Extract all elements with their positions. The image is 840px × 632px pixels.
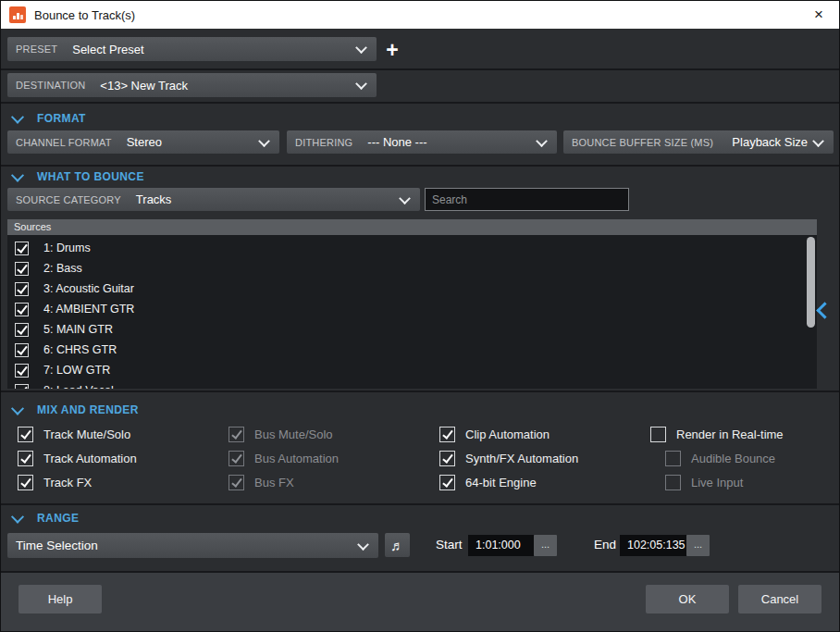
mix-option[interactable]: Audible Bounce [650,446,784,470]
mix-checkbox[interactable] [665,451,681,466]
mix-option[interactable]: Track FX [18,470,137,494]
mix-option[interactable]: Render in Real-time [650,422,784,446]
source-row[interactable]: 2: Bass [7,258,817,279]
source-row[interactable]: 4: AMBIENT GTR [7,299,817,319]
cancel-button[interactable]: Cancel [738,585,821,613]
mix-option[interactable]: Track Mute/Solo [18,422,137,446]
start-time-field[interactable]: 1:01:000 [468,535,534,556]
mix-option-label: Render in Real-time [676,428,784,441]
destination-dropdown[interactable]: DESTINATION <13> New Track [7,73,377,97]
end-time-field[interactable]: 102:05:135 [620,535,686,556]
help-button[interactable]: Help [19,585,102,613]
format-section-header[interactable]: FORMAT [13,111,86,126]
mix-checkbox[interactable] [18,451,33,466]
range-selection-dropdown[interactable]: Time Selection [7,533,378,558]
source-row[interactable]: 6: CHRS GTR [7,340,817,360]
source-row[interactable]: 8: Lead Vocal [7,380,817,389]
bounce-buffer-size-dropdown[interactable]: BOUNCE BUFFER SIZE (MS) Playback Size [563,130,834,154]
mix-option[interactable]: Bus Automation [229,446,339,470]
separator [1,503,839,505]
bounce-buffer-size-label: BOUNCE BUFFER SIZE (MS) [572,137,713,148]
sources-panel-header: Sources [7,219,817,235]
ok-button[interactable]: OK [646,585,729,613]
source-label: 5: MAIN GTR [43,323,113,336]
bounce-to-tracks-dialog: Bounce to Track(s) × PRESET Select Prese… [0,0,840,632]
musical-time-button[interactable]: ♬ [385,533,410,557]
mix-checkbox[interactable] [18,475,33,490]
mix-column-automation: Clip AutomationSynth/FX Automation64-bit… [439,422,578,494]
source-checkbox[interactable] [15,282,29,296]
separator [1,165,839,167]
source-row[interactable]: 7: LOW GTR [7,360,817,380]
mix-option[interactable]: Track Automation [18,446,137,470]
dithering-dropdown[interactable]: DITHERING --- None --- [287,130,557,154]
mix-option[interactable]: 64-bit Engine [439,470,578,494]
collapse-chevron-icon [11,169,24,182]
start-more-button[interactable]: ... [534,535,557,556]
mix-option-label: Track FX [43,476,92,489]
source-category-dropdown[interactable]: SOURCE CATEGORY Tracks [7,188,420,211]
mix-option[interactable]: Bus FX [229,470,339,494]
source-checkbox[interactable] [15,242,29,255]
mix-option-label: Clip Automation [465,428,550,441]
mix-option[interactable]: Live Input [650,470,784,494]
separator [1,68,839,70]
source-checkbox[interactable] [15,303,29,316]
mix-and-render-section-header[interactable]: MIX AND RENDER [13,403,139,417]
mix-checkbox[interactable] [229,427,244,442]
mix-column-realtime: Render in Real-timeAudible BounceLive In… [650,422,784,494]
preset-label: PRESET [16,43,57,55]
source-label: 7: LOW GTR [43,364,110,377]
mix-checkbox[interactable] [439,427,455,442]
mix-checkbox[interactable] [439,475,455,490]
footer-bar: Help OK Cancel [1,573,839,632]
preset-dropdown[interactable]: PRESET Select Preset [7,37,377,61]
mix-option-label: Audible Bounce [691,452,775,465]
collapse-panel-chevron-left-icon[interactable] [816,302,833,318]
mix-checkbox[interactable] [665,475,681,490]
source-label: 6: CHRS GTR [43,343,117,356]
mix-option-label: Track Mute/Solo [43,428,130,441]
source-label: 1: Drums [43,242,91,254]
scrollbar-thumb[interactable] [807,237,815,328]
add-preset-button[interactable]: + [380,39,404,61]
chevron-down-icon [812,135,824,147]
sources-list: 1: Drums2: Bass3: Acoustic Guitar4: AMBI… [7,235,817,389]
window-titlebar[interactable]: Bounce to Track(s) × [1,1,839,29]
dithering-label: DITHERING [295,137,352,148]
channel-format-label: CHANNEL FORMAT [16,137,112,148]
mix-option[interactable]: Bus Mute/Solo [229,422,339,446]
mix-option[interactable]: Clip Automation [439,422,578,446]
source-checkbox[interactable] [15,262,29,276]
source-row[interactable]: 5: MAIN GTR [7,319,817,340]
music-note-icon: ♬ [390,538,404,553]
range-selection-value: Time Selection [16,539,98,552]
source-row[interactable]: 3: Acoustic Guitar [7,279,817,299]
mix-checkbox[interactable] [650,427,666,442]
mix-checkbox[interactable] [18,427,33,442]
collapse-chevron-icon [11,403,24,415]
what-to-bounce-section-title: WHAT TO BOUNCE [37,170,144,183]
source-checkbox[interactable] [15,364,29,378]
source-checkbox[interactable] [15,323,29,337]
channel-format-dropdown[interactable]: CHANNEL FORMAT Stereo [7,130,279,154]
what-to-bounce-section-header[interactable]: WHAT TO BOUNCE [13,169,144,184]
mix-checkbox[interactable] [439,451,455,466]
close-icon[interactable]: × [807,6,831,24]
mix-checkbox[interactable] [229,475,244,490]
end-more-button[interactable]: ... [686,535,710,556]
delete-preset-button[interactable] [406,39,430,61]
mix-option[interactable]: Synth/FX Automation [439,446,578,470]
mix-option-label: 64-bit Engine [465,476,537,489]
source-row[interactable]: 1: Drums [7,238,817,258]
source-label: 4: AMBIENT GTR [43,303,134,316]
source-checkbox[interactable] [15,384,29,390]
search-input[interactable] [425,188,629,211]
mix-and-render-section-title: MIX AND RENDER [37,403,139,416]
mix-checkbox[interactable] [229,451,244,466]
source-category-value: Tracks [136,192,172,206]
source-label: 8: Lead Vocal [43,384,114,389]
separator [1,102,839,104]
source-checkbox[interactable] [15,343,29,357]
range-section-header[interactable]: RANGE [13,511,79,526]
